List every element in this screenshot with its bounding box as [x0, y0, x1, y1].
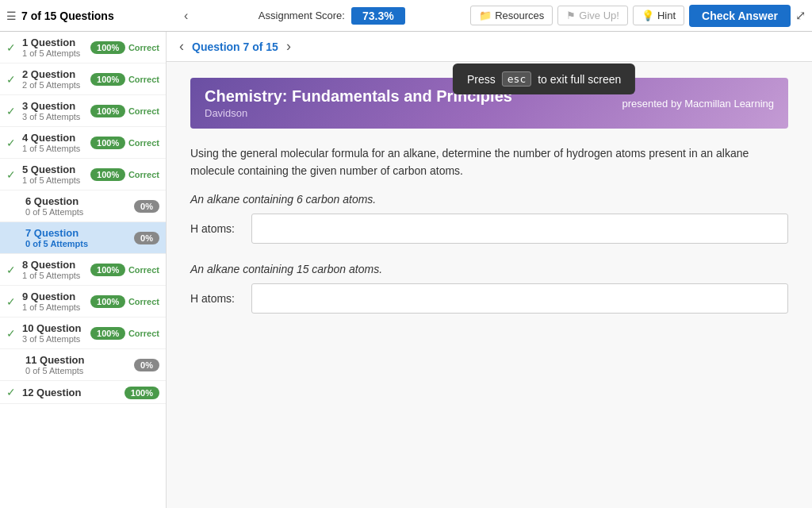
course-publisher: presented by Macmillan Learning [622, 98, 775, 110]
check-icon: ✓ [6, 295, 16, 308]
lightbulb-icon: 💡 [642, 10, 654, 21]
fullscreen-tooltip: Press esc to exit full screen [453, 64, 635, 94]
sidebar-item-3[interactable]: ✓ 3 Question 3 of 5 Attempts 100% Correc… [0, 95, 166, 127]
main-layout: ✓ 1 Question 1 of 5 Attempts 100% Correc… [0, 32, 812, 508]
item-badge-12: 100% [124, 387, 159, 399]
item-title-10: 10 Question [22, 322, 86, 334]
top-bar-left: ☰ 7 of 15 Questions [6, 10, 173, 22]
flag-icon: ⚑ [566, 10, 576, 21]
fullscreen-button[interactable]: ⤢ [795, 8, 806, 23]
check-icon: ✓ [6, 137, 16, 149]
item-subtitle-1: 1 of 5 Attempts [22, 48, 86, 58]
check-icon: ✓ [6, 73, 16, 86]
status-correct: Correct [128, 329, 159, 338]
sidebar-item-8[interactable]: ✓ 8 Question 1 of 5 Attempts 100% Correc… [0, 254, 166, 286]
check-icon: ✓ [6, 264, 16, 276]
question-main-text: Using the general molecular formula for … [190, 144, 788, 180]
sidebar-item-11[interactable]: 11 Question 0 of 5 Attempts 0% [0, 349, 166, 381]
item-title-4: 4 Question [22, 132, 86, 144]
questions-count: 7 of 15 Questions [21, 10, 114, 22]
item-subtitle-9: 1 of 5 Attempts [22, 302, 86, 312]
resources-button[interactable]: 📁 Resources [470, 6, 553, 25]
esc-key-label: esc [502, 71, 531, 87]
item-info-1: 1 Question 1 of 5 Attempts [22, 37, 86, 58]
question-nav: ‹ Question 7 of 15 › [167, 32, 812, 62]
item-badge-6: 0% [134, 200, 159, 213]
status-correct: Correct [128, 138, 159, 148]
item-badge-group-7: 0% [134, 232, 159, 244]
tooltip-suffix: to exit full screen [538, 73, 621, 86]
check-icon: ✓ [6, 168, 16, 181]
check-icon: ✓ [6, 327, 16, 340]
item-info-6: 6 Question 0 of 5 Attempts [25, 195, 129, 217]
sub-question-2-text: An alkane containing 15 carbon atoms. [190, 263, 788, 275]
item-subtitle-4: 1 of 5 Attempts [22, 144, 86, 153]
item-badge-group-6: 0% [134, 200, 159, 212]
item-badge-7: 0% [134, 232, 159, 244]
item-info-5: 5 Question 1 of 5 Attempts [22, 164, 86, 185]
check-icon: ✓ [6, 41, 16, 54]
check-icon: ✓ [6, 105, 16, 117]
question-content: Chemistry: Fundamentals and Principles D… [167, 62, 812, 508]
item-badge-9: 100% [90, 295, 125, 308]
sub-question-1-text: An alkane containing 6 carbon atoms. [190, 193, 788, 206]
item-badge-group-9: 100% Correct [90, 295, 159, 307]
item-badge-group-12: 100% [124, 387, 159, 398]
sidebar-item-4[interactable]: ✓ 4 Question 1 of 5 Attempts 100% Correc… [0, 127, 166, 159]
q-next-arrow[interactable]: › [286, 38, 291, 55]
sidebar-item-1[interactable]: ✓ 1 Question 1 of 5 Attempts 100% Correc… [0, 32, 166, 64]
top-bar: ☰ 7 of 15 Questions ‹ Assignment Score: … [0, 0, 812, 32]
sidebar-item-9[interactable]: ✓ 9 Question 1 of 5 Attempts 100% Correc… [0, 286, 166, 318]
q-prev-arrow[interactable]: ‹ [179, 38, 184, 55]
check-answer-button[interactable]: Check Answer [689, 5, 791, 27]
sidebar: ✓ 1 Question 1 of 5 Attempts 100% Correc… [0, 32, 167, 508]
course-subtitle: Davidson [205, 107, 512, 119]
item-info-3: 3 Question 3 of 5 Attempts [22, 100, 86, 121]
item-subtitle-10: 3 of 5 Attempts [22, 334, 86, 344]
item-title-5: 5 Question [22, 164, 86, 175]
question-nav-label: Question 7 of 15 [192, 40, 278, 53]
item-badge-group-10: 100% Correct [90, 327, 159, 339]
item-badge-group-1: 100% Correct [90, 41, 159, 53]
sidebar-item-2[interactable]: ✓ 2 Question 2 of 5 Attempts 100% Correc… [0, 64, 166, 95]
sub-question-1-input-row: H atoms: [190, 214, 788, 244]
item-title-8: 8 Question [22, 259, 86, 271]
h-atoms-input-2[interactable] [251, 283, 788, 314]
item-badge-5: 100% [90, 168, 125, 181]
sub-question-2: An alkane containing 15 carbon atoms. H … [190, 263, 788, 314]
item-subtitle-11: 0 of 5 Attempts [25, 366, 129, 375]
sidebar-item-10[interactable]: ✓ 10 Question 3 of 5 Attempts 100% Corre… [0, 318, 166, 349]
top-bar-right: 📁 Resources ⚑ Give Up! 💡 Hint Check Answ… [470, 5, 806, 27]
sidebar-item-12[interactable]: ✓ 12 Question 100% [0, 381, 166, 404]
item-badge-group-5: 100% Correct [90, 168, 159, 180]
item-info-11: 11 Question 0 of 5 Attempts [25, 354, 129, 375]
sidebar-item-5[interactable]: ✓ 5 Question 1 of 5 Attempts 100% Correc… [0, 159, 166, 190]
hamburger-icon: ☰ [6, 10, 17, 22]
h-atoms-input-1[interactable] [251, 214, 788, 244]
item-title-7: 7 Question [25, 227, 129, 239]
sub-question-2-input-row: H atoms: [190, 283, 788, 314]
tooltip-press: Press [467, 73, 496, 86]
item-subtitle-3: 3 of 5 Attempts [22, 112, 86, 121]
prev-question-arrow[interactable]: ‹ [179, 7, 193, 25]
giveup-button[interactable]: ⚑ Give Up! [557, 6, 628, 25]
item-info-8: 8 Question 1 of 5 Attempts [22, 259, 86, 280]
h-atoms-label-1: H atoms: [190, 222, 242, 235]
sidebar-item-6[interactable]: 6 Question 0 of 5 Attempts 0% [0, 190, 166, 222]
status-correct: Correct [128, 75, 159, 84]
item-subtitle-7: 0 of 5 Attempts [25, 239, 129, 248]
hint-button[interactable]: 💡 Hint [633, 6, 684, 25]
item-title-12: 12 Question [22, 387, 120, 398]
item-badge-3: 100% [90, 105, 125, 117]
item-badge-2: 100% [90, 73, 125, 86]
sidebar-item-7[interactable]: 7 Question 0 of 5 Attempts 0% [0, 222, 166, 254]
item-info-12: 12 Question [22, 387, 120, 398]
assignment-score-label: Assignment Score: [259, 10, 345, 21]
item-badge-10: 100% [90, 327, 125, 340]
item-subtitle-2: 2 of 5 Attempts [22, 80, 86, 90]
item-title-1: 1 Question [22, 37, 86, 48]
item-badge-4: 100% [90, 137, 125, 149]
assignment-score-section: Assignment Score: 73.3% [199, 7, 464, 25]
item-info-2: 2 Question 2 of 5 Attempts [22, 68, 86, 90]
item-title-3: 3 Question [22, 100, 86, 112]
